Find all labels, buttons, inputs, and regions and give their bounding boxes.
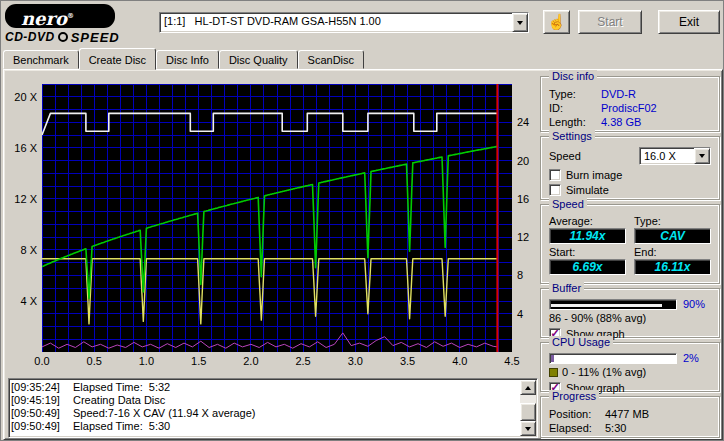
x-axis-tick-label: 1.5 (186, 355, 212, 367)
tab-benchmark[interactable]: Benchmark (3, 50, 79, 69)
buffer-bar-fill (551, 304, 662, 307)
drive-select-arrow-button[interactable] (512, 13, 528, 32)
axis-tick-label: 20 (517, 155, 529, 167)
log-message: Speed:7-16 X CAV (11.94 X average) (73, 407, 255, 420)
axis-tick-label: 12 (517, 231, 529, 243)
cpu-bar-fill (551, 355, 554, 362)
log-entry: [09:50:49]Speed:7-16 X CAV (11.94 X aver… (11, 407, 519, 420)
speed-group-title: Speed (549, 198, 587, 210)
disc-id-label: ID: (549, 101, 601, 115)
disc-id-value: ProdiscF02 (601, 101, 711, 115)
x-axis-tick-label: 2.0 (238, 355, 264, 367)
tab-scandisc[interactable]: ScanDisc (298, 50, 364, 69)
x-axis-tick-label: 4.5 (499, 355, 525, 367)
axis-tick-label: 8 (517, 269, 523, 281)
scroll-down-button[interactable] (520, 421, 536, 436)
axis-tick-label: 16 X (14, 142, 37, 154)
x-axis-tick-label: 3.0 (342, 355, 368, 367)
end-speed-display: 16.11x (634, 259, 711, 275)
chevron-up-icon (525, 386, 531, 390)
scroll-up-button[interactable] (520, 380, 536, 395)
x-axis-tick-label: 4.0 (447, 355, 473, 367)
tab-create-disc[interactable]: Create Disc (79, 48, 156, 70)
tab-bar: Benchmark Create Disc Disc Info Disc Qua… (3, 48, 364, 70)
axis-tick-label: 8 X (20, 244, 37, 256)
elapsed-label: Elapsed: (549, 421, 605, 435)
x-axis-tick-label: 2.5 (290, 355, 316, 367)
log-timestamp: [09:45:19] (11, 394, 73, 407)
speed-type-display: CAV (634, 228, 711, 244)
log-scrollbar[interactable] (520, 380, 536, 436)
drive-select[interactable]: [1:1] HL-DT-ST DVD-RAM GSA-H55N 1.00 (159, 12, 529, 33)
hand-icon: ☝ (547, 13, 566, 30)
x-axis-tick-label: 3.5 (395, 355, 421, 367)
speed-select[interactable]: 16.0 X (639, 147, 711, 165)
buffer-percent: 90% (683, 298, 705, 310)
nero-cd-dvd-speed-window: nero® CD-DVD SPEED [1:1] HL-DT-ST DVD-RA… (0, 0, 724, 441)
create-disc-panel: 20 X16 X12 X8 X4 X 2420161284 0.00.51.01… (3, 69, 723, 440)
log-timestamp: [09:35:24] (11, 381, 73, 394)
buffer-title: Buffer (549, 282, 584, 294)
options-button[interactable]: ☝ (543, 10, 570, 34)
start-button[interactable]: Start (578, 10, 642, 34)
speed-select-arrow-button[interactable] (694, 148, 710, 164)
right-axis-labels: 2420161284 (515, 84, 539, 352)
disc-length-value: 4.38 GB (601, 115, 711, 129)
x-axis-tick-label: 1.0 (133, 355, 159, 367)
start-speed-display: 6.69x (549, 259, 626, 275)
cpu-usage-title: CPU Usage (549, 336, 613, 348)
exit-button[interactable]: Exit (658, 10, 720, 34)
simulate-checkbox-box[interactable] (549, 184, 561, 196)
cd-dvd-speed-logo: CD-DVD SPEED (5, 30, 120, 44)
disc-type-value: DVD-R (601, 87, 711, 101)
buffer-meter (549, 299, 677, 310)
axis-tick-label: 24 (517, 116, 529, 128)
buffer-group: Buffer 90% 86 - 90% (88% avg) ✓ Show gra… (540, 288, 720, 338)
average-speed-display: 11.94x (549, 228, 626, 244)
position-label: Position: (549, 407, 605, 421)
progress-title: Progress (549, 390, 599, 402)
disc-info-title: Disc info (549, 70, 597, 82)
log-message: Elapsed Time: 5:32 (73, 381, 170, 394)
speed-group: Speed Average: 11.94x Type: CAV Start: 6… (540, 204, 720, 284)
nero-logo: nero® (5, 4, 115, 28)
simulate-checkbox[interactable]: Simulate (549, 184, 711, 196)
registered-mark-icon: ® (67, 11, 74, 20)
logo-cd-dvd-text: CD-DVD (5, 30, 55, 44)
axis-tick-label: 20 X (14, 91, 37, 103)
left-axis-labels: 20 X16 X12 X8 X4 X (6, 84, 40, 352)
tab-disc-quality[interactable]: Disc Quality (219, 50, 298, 69)
log-entry: [09:45:19]Creating Data Disc (11, 394, 519, 407)
axis-tick-label: 4 (517, 308, 523, 320)
burn-image-checkbox[interactable]: Burn image (549, 169, 711, 181)
cpu-legend-swatch (549, 368, 558, 377)
x-axis-labels: 0.00.51.01.52.02.53.03.54.04.5 (42, 355, 514, 368)
start-speed-label: Start: (549, 246, 626, 259)
drive-select-value: [1:1] HL-DT-ST DVD-RAM GSA-H55N 1.00 (160, 13, 512, 32)
progress-group: Progress Position:4477 MB Elapsed:5:30 (540, 396, 720, 438)
axis-tick-label: 12 X (14, 193, 37, 205)
end-speed-label: End: (634, 246, 711, 259)
cpu-usage-group: CPU Usage 2% 0 - 11% (1% avg) ✓ Show gra… (540, 342, 720, 392)
speed-type-label: Type: (634, 215, 711, 228)
tab-disc-info[interactable]: Disc Info (156, 50, 219, 69)
log-lines: [09:35:24]Elapsed Time: 5:32 [09:45:19]C… (11, 381, 519, 435)
disc-info-group: Disc info Type:DVD-R ID:ProdiscF02 Lengt… (540, 76, 720, 132)
scrollbar-thumb[interactable] (520, 403, 536, 421)
log-timestamp: [09:50:49] (11, 420, 73, 433)
log-box: [09:35:24]Elapsed Time: 5:32 [09:45:19]C… (8, 378, 538, 438)
speed-select-value: 16.0 X (640, 148, 694, 164)
axis-tick-label: 4 X (20, 295, 37, 307)
log-message: Creating Data Disc (73, 394, 165, 407)
disc-type-label: Type: (549, 87, 601, 101)
chevron-down-icon (525, 427, 531, 431)
axis-tick-label: 16 (517, 193, 529, 205)
logo-speed-text: SPEED (71, 30, 120, 45)
chevron-down-icon (517, 21, 523, 25)
disc-length-label: Length: (549, 115, 601, 129)
speed-setting-label: Speed (549, 150, 581, 162)
cpu-meter (549, 353, 677, 364)
log-timestamp: [09:50:49] (11, 407, 73, 420)
settings-title: Settings (549, 130, 595, 142)
burn-image-checkbox-box[interactable] (549, 169, 561, 181)
